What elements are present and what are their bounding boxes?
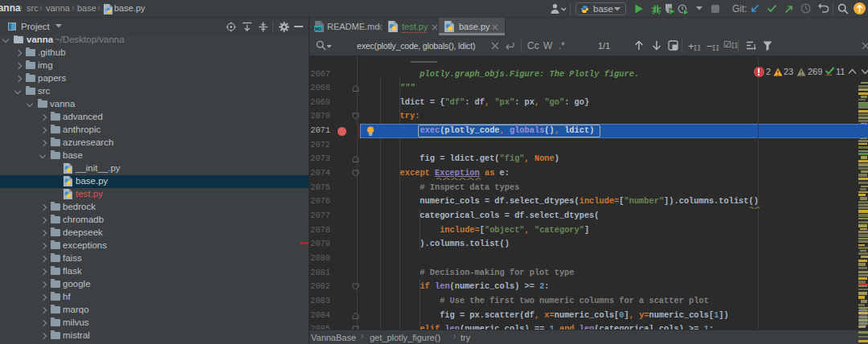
svg-text:MD: MD	[315, 27, 322, 31]
